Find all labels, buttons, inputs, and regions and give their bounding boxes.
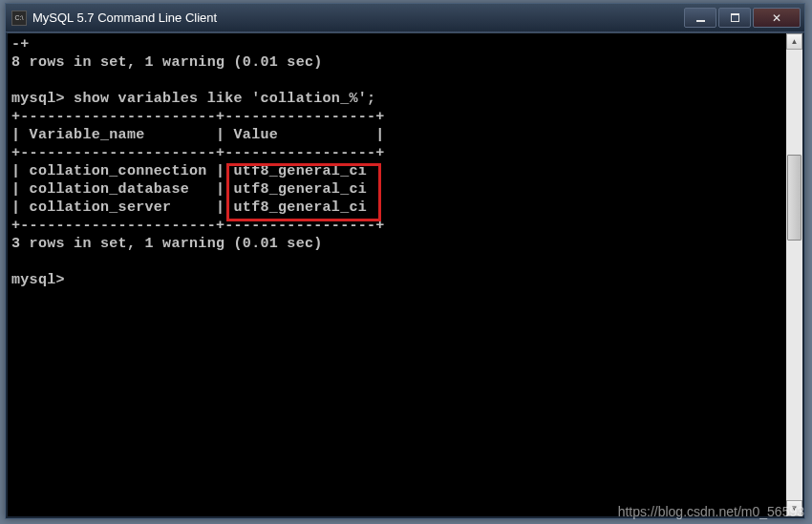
result-line: 8 rows in set, 1 warning (0.01 sec)	[11, 54, 323, 71]
table-border: +----------------------+----------------…	[11, 109, 385, 125]
scroll-up-button[interactable]: ▲	[786, 33, 802, 50]
window-controls: ✕	[684, 8, 801, 28]
minimize-button[interactable]	[684, 8, 716, 28]
maximize-button[interactable]	[718, 8, 751, 28]
prompt-waiting: mysql>	[11, 272, 65, 288]
scrollbar-thumb[interactable]	[787, 155, 801, 241]
terminal-output[interactable]: -+ 8 rows in set, 1 warning (0.01 sec) m…	[8, 33, 786, 516]
result-line: 3 rows in set, 1 warning (0.01 sec)	[11, 236, 323, 252]
terminal-area: -+ 8 rows in set, 1 warning (0.01 sec) m…	[6, 32, 804, 518]
table-row: | collation_connection | utf8_general_ci…	[11, 163, 385, 179]
table-border: +----------------------+----------------…	[11, 218, 385, 234]
prompt-command: mysql> show variables like 'collation_%'…	[11, 91, 375, 107]
table-row: | collation_database | utf8_general_ci |	[11, 181, 385, 198]
scrollbar-track[interactable]	[786, 50, 802, 500]
close-button[interactable]: ✕	[753, 8, 801, 28]
window-title: MySQL 5.7 Command Line Client	[32, 10, 684, 25]
table-row: | collation_server | utf8_general_ci |	[11, 199, 385, 216]
scroll-down-button[interactable]: ▼	[786, 500, 802, 516]
app-icon: C:\	[11, 10, 27, 26]
vertical-scrollbar[interactable]: ▲ ▼	[786, 33, 802, 516]
line: -+	[11, 36, 30, 52]
title-bar[interactable]: C:\ MySQL 5.7 Command Line Client ✕	[6, 4, 804, 32]
table-header: | Variable_name | Value |	[11, 127, 385, 143]
table-border: +----------------------+----------------…	[11, 145, 385, 161]
app-window: C:\ MySQL 5.7 Command Line Client ✕ -+ 8…	[5, 3, 805, 519]
